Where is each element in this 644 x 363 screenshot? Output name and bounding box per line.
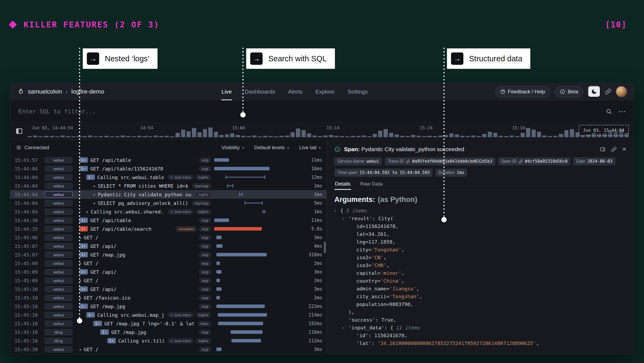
expand-toggle[interactable]: 1+ — [79, 252, 88, 257]
expand-toggle[interactable]: 1− — [79, 304, 88, 309]
timeline-strip[interactable]: Jun 03, 15:44:54 Jun 03, 14:44:5414:5415… — [28, 123, 629, 139]
duration-label: 192ms — [301, 321, 322, 326]
more-options-icon[interactable]: ⋯ — [618, 108, 626, 115]
histogram-bar — [159, 136, 163, 137]
duration-bar — [214, 219, 229, 222]
duration-label: 11ms — [301, 157, 322, 163]
sql-filter-input[interactable]: Enter SQL to filter... — [18, 108, 599, 115]
log-row[interactable]: 15:44:35webui1+GET /api/table/searchexce… — [10, 225, 327, 233]
user-avatar[interactable] — [616, 86, 627, 97]
service-tag: webui — [45, 234, 73, 241]
log-row-body: ◆SELECT * FROM cities WHERE id=$1asyncpg — [77, 183, 211, 189]
span-diamond-icon: ◆ — [93, 193, 95, 197]
log-row[interactable]: 15:44:04webui1−GET /api/table/1156241678… — [10, 164, 327, 173]
expand-toggle[interactable]: 1+ — [79, 226, 88, 232]
log-row[interactable]: 15:45:10tiling1−GET /map.jpgasgi116ms — [10, 328, 327, 336]
dock-panel-icon[interactable] — [600, 147, 606, 152]
breadcrumb-project[interactable]: logfire-demo — [71, 88, 104, 95]
expand-toggle[interactable]: 1+ — [79, 269, 88, 275]
log-badges: asgi — [197, 304, 211, 309]
duration-label: 2ms — [301, 261, 322, 266]
log-row[interactable]: 15:45:07webui1+GET /map.jpgasgi318ms — [10, 250, 327, 259]
filter-label: Visibility — [221, 145, 240, 151]
histogram-bar — [460, 136, 464, 137]
filter-visibility[interactable]: Visibility▾ — [221, 145, 244, 151]
service-tag: webui — [45, 183, 73, 189]
expand-toggle[interactable]: 1− — [93, 321, 102, 326]
tab-live[interactable]: Live — [221, 83, 232, 100]
log-message: GET /map.jpg ? lng='-0.1' & lat='51.507 — [104, 321, 194, 326]
feedback-help-button[interactable]: Feedback / Help — [495, 86, 550, 97]
timeline-tick — [426, 136, 426, 137]
log-row[interactable]: 15:43:57webui1+GET /api/tableasgi11ms — [10, 156, 327, 164]
log-row[interactable]: 15:45:10tiling1+Calling src.tiling.get_a… — [10, 336, 327, 345]
log-row[interactable]: 15:45:10webui◆GET /favicon.icoasgi2ms — [10, 293, 327, 302]
log-row[interactable]: 15:44:04webui◆SELECT pg_advisory_unlock_… — [10, 199, 327, 207]
timeline-label: 15:24 — [420, 125, 432, 130]
copy-link-icon[interactable] — [611, 147, 617, 152]
collapse-caret-icon[interactable]: ▾ — [342, 215, 345, 223]
pointer-line-search-sql — [242, 48, 244, 115]
share-link-icon[interactable] — [605, 88, 611, 95]
log-badges: asgi — [197, 287, 211, 292]
log-row[interactable]: 15:45:09webui◆GET /asgi2ms — [10, 259, 327, 268]
histogram-bar — [39, 136, 43, 137]
log-row[interactable]: 15:45:07webui1+GET /api/asgi4ms — [10, 242, 327, 250]
filter-live-tail[interactable]: Live tail▾ — [299, 145, 321, 151]
log-row[interactable]: 15:44:04webui◆Pydantic City validate_pyt… — [10, 190, 327, 199]
log-row[interactable]: 15:45:10webui1−GET /map.jpgasgi222ms — [10, 302, 327, 311]
log-row[interactable]: 15:44:30webui1+GET /api/tableasgi11ms — [10, 216, 327, 225]
timeline-tick — [146, 136, 147, 137]
log-row[interactable]: 15:45:10webui1−Calling src.webui.map_jpg… — [10, 311, 327, 319]
expand-toggle[interactable]: 1− — [86, 312, 95, 318]
log-row[interactable]: 15:44:04webui◆Calling src.webui.shared.d… — [10, 207, 327, 216]
tab-alerts[interactable]: Alerts — [288, 83, 303, 100]
service-tag: webui — [45, 200, 73, 206]
search-icon[interactable] — [606, 108, 612, 115]
beta-button[interactable]: Beta — [555, 86, 583, 97]
histogram-bar — [214, 132, 218, 137]
details-tab-raw-data[interactable]: Raw Data — [360, 181, 383, 190]
breadcrumb-org[interactable]: samuelcolvin — [28, 88, 62, 95]
expand-toggle[interactable]: 1+ — [107, 338, 116, 343]
expand-toggle[interactable]: 1− — [100, 329, 109, 335]
dark-mode-toggle[interactable] — [588, 86, 600, 97]
sidebar-toggle-icon[interactable] — [16, 127, 23, 135]
expand-toggle[interactable]: 1+ — [79, 157, 88, 163]
log-row[interactable]: 15:45:10webui1+GET /api/asgi3ms — [10, 285, 327, 293]
badge-asgi: asgi — [199, 295, 211, 300]
histogram-bar — [269, 136, 273, 137]
timeline-selection[interactable]: Jun 03, 15:44:54 — [579, 125, 629, 136]
log-row[interactable]: 15:45:39webui◆GET /asgi3ms — [10, 345, 327, 354]
scrollbar-thumb[interactable] — [324, 242, 326, 253]
collapse-caret-icon[interactable]: ▾ — [334, 207, 337, 215]
gear-icon[interactable]: ⚙ — [16, 144, 21, 151]
log-message: SELECT * FROM cities WHERE id=$1 — [98, 183, 188, 189]
code-text: , — [416, 286, 419, 291]
log-row[interactable]: 15:45:06webui◆GET /asgi3ms — [10, 233, 327, 242]
log-row[interactable]: 15:45:09webui1+GET /api/asgi3ms — [10, 268, 327, 276]
log-row[interactable]: 15:44:04webui1−Calling src.webui.table.c… — [10, 173, 327, 182]
expand-toggle[interactable]: 1+ — [79, 218, 88, 223]
tab-explore[interactable]: Explore — [315, 83, 334, 100]
link-icon[interactable] — [519, 159, 523, 163]
expand-toggle[interactable]: 1− — [86, 175, 95, 180]
tab-dashboards[interactable]: Dashboards — [245, 83, 275, 100]
link-icon[interactable] — [406, 159, 410, 163]
filter-default-levels[interactable]: Default levels▾ — [254, 145, 289, 151]
logfire-logo-icon[interactable] — [17, 88, 24, 95]
tab-settings[interactable]: Settings — [348, 83, 368, 100]
expand-toggle[interactable]: 1+ — [79, 243, 88, 249]
sql-filter-bar: Enter SQL to filter... ⋯ — [10, 100, 634, 123]
collapse-caret-icon[interactable]: ▾ — [342, 324, 345, 332]
log-row[interactable]: 15:44:04webui◆SELECT * FROM cities WHERE… — [10, 182, 327, 190]
log-row[interactable]: 15:45:10webui1−GET /map.jpg ? lng='-0.1'… — [10, 319, 327, 328]
histogram-bar — [510, 136, 514, 137]
log-row-body: 1−Calling src.webui.table.city_viauto-tr… — [77, 175, 211, 180]
log-row[interactable]: 15:45:09webui◆GET /asgi2ms — [10, 276, 327, 285]
details-tab-details[interactable]: Details — [334, 181, 351, 190]
expand-toggle[interactable]: 1+ — [79, 286, 88, 292]
close-icon[interactable]: ✕ — [622, 146, 627, 152]
histogram-bar — [71, 136, 76, 137]
expand-toggle[interactable]: 1− — [79, 166, 88, 171]
